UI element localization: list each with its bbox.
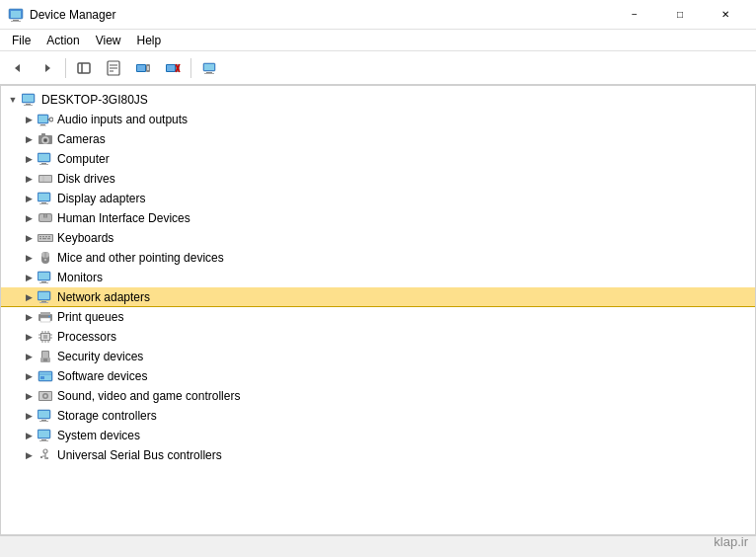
- minimize-button[interactable]: −: [612, 0, 657, 30]
- svg-rect-60: [48, 236, 50, 237]
- svg-rect-106: [38, 411, 49, 418]
- tree-item-monitors[interactable]: ▶ Monitors: [1, 268, 755, 287]
- computer-tree-icon: [37, 151, 54, 167]
- tree-item-hid[interactable]: ▶ Human Interface Devices: [1, 208, 755, 228]
- network-expander[interactable]: ▶: [21, 287, 37, 307]
- tree-item-audio[interactable]: ▶ Audio inputs and outputs: [1, 110, 755, 129]
- watermark: klap.ir: [714, 534, 748, 549]
- close-button[interactable]: ✕: [703, 0, 748, 30]
- svg-rect-110: [38, 431, 49, 438]
- hid-expander[interactable]: ▶: [21, 208, 37, 228]
- svg-point-37: [44, 139, 47, 142]
- svg-rect-40: [38, 154, 49, 161]
- processors-expander[interactable]: ▶: [21, 327, 37, 347]
- menu-view[interactable]: View: [88, 30, 129, 51]
- svg-rect-94: [42, 352, 48, 358]
- toolbar: [0, 51, 756, 85]
- svg-rect-61: [39, 238, 41, 239]
- tree-item-network[interactable]: ▶ Network adapters: [1, 287, 755, 307]
- security-icon: [37, 349, 54, 364]
- svg-rect-78: [40, 318, 50, 322]
- tree-item-system[interactable]: ▶ System devices: [1, 426, 755, 445]
- svg-rect-15: [147, 66, 149, 70]
- svg-rect-24: [204, 73, 214, 74]
- back-button[interactable]: [4, 55, 32, 81]
- svg-rect-96: [43, 358, 47, 361]
- scan-hardware-button[interactable]: [195, 55, 223, 81]
- software-icon: [37, 368, 54, 384]
- tree-item-print[interactable]: ▶ Print queues: [1, 307, 755, 327]
- disk-expander[interactable]: ▶: [21, 169, 37, 189]
- tree-item-sound[interactable]: ▶ Sound, video and game controllers: [1, 386, 755, 406]
- svg-rect-107: [41, 420, 46, 421]
- audio-label: Audio inputs and outputs: [57, 113, 188, 126]
- forward-button[interactable]: [34, 55, 61, 81]
- computer-expander[interactable]: ▶: [21, 149, 37, 169]
- processors-label: Processors: [57, 330, 116, 344]
- computer-icon: [21, 92, 38, 108]
- properties-button[interactable]: [100, 55, 127, 81]
- svg-rect-49: [41, 202, 46, 203]
- svg-rect-69: [38, 273, 49, 279]
- mice-expander[interactable]: ▶: [21, 248, 37, 268]
- computer-label: Computer: [57, 152, 110, 166]
- audio-icon: [37, 112, 54, 127]
- update-driver-button[interactable]: [129, 55, 157, 81]
- svg-rect-57: [39, 236, 41, 237]
- cameras-expander[interactable]: ▶: [21, 129, 37, 149]
- tree-item-security[interactable]: ▶ Security devices: [1, 347, 755, 366]
- menu-file[interactable]: File: [4, 30, 38, 51]
- display-expander[interactable]: ▶: [21, 189, 37, 208]
- tree-item-software[interactable]: ▶ Software devices: [1, 366, 755, 386]
- tree-item-usb[interactable]: ▶ Universal Serial Bus controllers: [1, 445, 755, 465]
- show-hide-button[interactable]: [70, 55, 98, 81]
- root-expander[interactable]: ▼: [5, 90, 21, 110]
- tree-item-storage[interactable]: ▶ Storage controllers: [1, 406, 755, 426]
- storage-expander[interactable]: ▶: [21, 406, 37, 426]
- disk-icon: [37, 171, 54, 187]
- software-expander[interactable]: ▶: [21, 366, 37, 386]
- svg-rect-30: [38, 116, 47, 122]
- sound-icon: [37, 388, 54, 404]
- network-label: Network adapters: [57, 290, 150, 304]
- svg-rect-42: [39, 164, 48, 165]
- tree-item-cameras[interactable]: ▶ Cameras: [1, 129, 755, 149]
- svg-rect-58: [42, 236, 44, 237]
- sound-expander[interactable]: ▶: [21, 386, 37, 406]
- app-icon: [8, 7, 24, 23]
- device-tree: ▼ DESKTOP-3GI80JS ▶: [1, 86, 755, 469]
- svg-point-79: [48, 316, 50, 318]
- tree-root[interactable]: ▼ DESKTOP-3GI80JS: [1, 90, 755, 110]
- title-bar: Device Manager − □ ✕: [0, 0, 756, 30]
- uninstall-button[interactable]: [159, 55, 187, 81]
- mouse-icon: [37, 250, 54, 266]
- tree-item-keyboards[interactable]: ▶ Keyboards: [1, 228, 755, 248]
- monitors-expander[interactable]: ▶: [21, 268, 37, 287]
- svg-rect-31: [40, 124, 45, 125]
- svg-rect-27: [26, 104, 31, 105]
- menu-help[interactable]: Help: [129, 30, 170, 51]
- keyboards-expander[interactable]: ▶: [21, 228, 37, 248]
- print-expander[interactable]: ▶: [21, 307, 37, 327]
- tree-item-processors[interactable]: ▶ Processors: [1, 327, 755, 347]
- menu-action[interactable]: Action: [38, 30, 87, 51]
- tree-item-display[interactable]: ▶ Display adapters: [1, 189, 755, 208]
- tree-item-disk[interactable]: ▶ Disk drives: [1, 169, 755, 189]
- svg-rect-74: [41, 301, 46, 302]
- svg-rect-77: [40, 312, 50, 315]
- svg-rect-70: [41, 281, 46, 282]
- security-expander[interactable]: ▶: [21, 347, 37, 366]
- device-tree-panel[interactable]: ▼ DESKTOP-3GI80JS ▶: [0, 85, 756, 535]
- sound-label: Sound, video and game controllers: [57, 389, 240, 403]
- audio-expander[interactable]: ▶: [21, 110, 37, 129]
- hid-icon: [37, 210, 54, 226]
- status-bar: [0, 535, 756, 557]
- tree-item-mice[interactable]: ▶ Mice and other pointing devices: [1, 248, 755, 268]
- system-icon: [37, 428, 54, 443]
- usb-expander[interactable]: ▶: [21, 445, 37, 465]
- tree-item-computer[interactable]: ▶ Computer: [1, 149, 755, 169]
- network-icon: [37, 289, 54, 305]
- maximize-button[interactable]: □: [657, 0, 703, 30]
- svg-rect-111: [41, 439, 46, 440]
- system-expander[interactable]: ▶: [21, 426, 37, 445]
